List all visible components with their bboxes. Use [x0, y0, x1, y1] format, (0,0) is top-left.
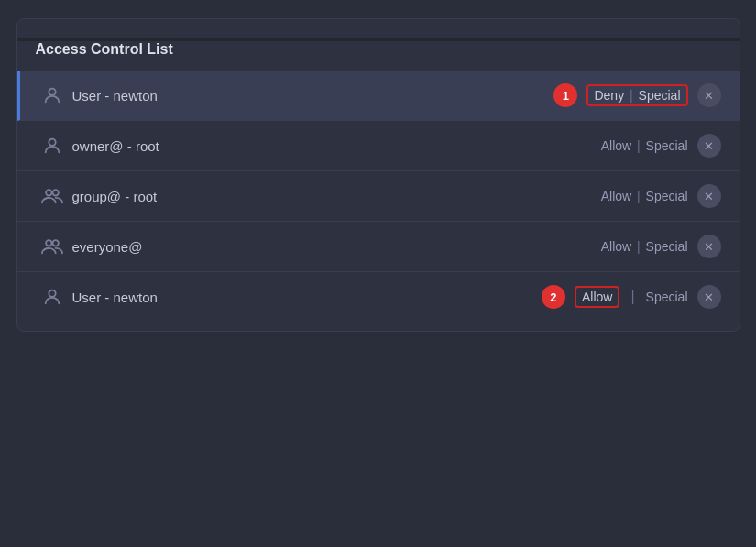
perm-separator: |: [630, 289, 634, 305]
svg-point-2: [46, 190, 51, 195]
row-permissions-4: Allow | Special✕: [601, 235, 721, 258]
row-name-1: User - newton: [72, 88, 554, 104]
perm-special-5[interactable]: Special: [646, 290, 688, 304]
svg-point-3: [52, 190, 58, 195]
user-icon: [36, 85, 69, 105]
perm-text-4[interactable]: Allow | Special: [601, 239, 688, 254]
everyone-icon: [36, 236, 69, 257]
acl-row-1[interactable]: User - newton1Deny | Special✕: [17, 71, 740, 121]
close-button-4[interactable]: ✕: [697, 235, 721, 258]
acl-row-2[interactable]: owner@ - rootAllow | Special✕: [17, 121, 740, 171]
user-icon: [36, 287, 69, 307]
acl-title: Access Control List: [17, 41, 740, 71]
row-name-3: group@ - root: [72, 189, 601, 204]
svg-point-5: [52, 240, 58, 246]
row-name-5: User - newton: [72, 290, 542, 305]
acl-row-5[interactable]: User - newton2Allow | Special✕: [17, 272, 740, 322]
svg-point-1: [49, 139, 55, 146]
acl-row-4[interactable]: everyone@Allow | Special✕: [17, 222, 740, 272]
row-permissions-3: Allow | Special✕: [601, 184, 721, 208]
row-permissions-1: 1Deny | Special✕: [553, 83, 720, 107]
row-name-2: owner@ - root: [72, 138, 601, 154]
close-button-1[interactable]: ✕: [697, 83, 721, 107]
svg-point-4: [46, 240, 51, 246]
badge-1: 1: [553, 83, 577, 107]
perm-text-2[interactable]: Allow | Special: [601, 138, 688, 153]
row-permissions-5: 2Allow | Special✕: [542, 285, 721, 309]
group-icon: [36, 186, 69, 206]
perm-deny-special-highlighted[interactable]: Deny | Special: [586, 84, 687, 106]
acl-container: Access Control List User - newton1Deny |…: [16, 18, 740, 332]
acl-list: User - newton1Deny | Special✕owner@ - ro…: [17, 71, 740, 322]
close-button-3[interactable]: ✕: [697, 184, 721, 208]
user-icon: [36, 136, 69, 156]
acl-row-3[interactable]: group@ - rootAllow | Special✕: [17, 171, 740, 222]
svg-point-6: [49, 290, 55, 297]
row-permissions-2: Allow | Special✕: [601, 134, 721, 158]
perm-allow-highlighted[interactable]: Allow: [575, 286, 619, 308]
row-name-4: everyone@: [72, 239, 601, 255]
svg-point-0: [49, 89, 55, 95]
close-button-5[interactable]: ✕: [697, 285, 721, 309]
badge-2: 2: [542, 285, 565, 309]
perm-text-3[interactable]: Allow | Special: [601, 189, 688, 203]
close-button-2[interactable]: ✕: [697, 134, 721, 158]
